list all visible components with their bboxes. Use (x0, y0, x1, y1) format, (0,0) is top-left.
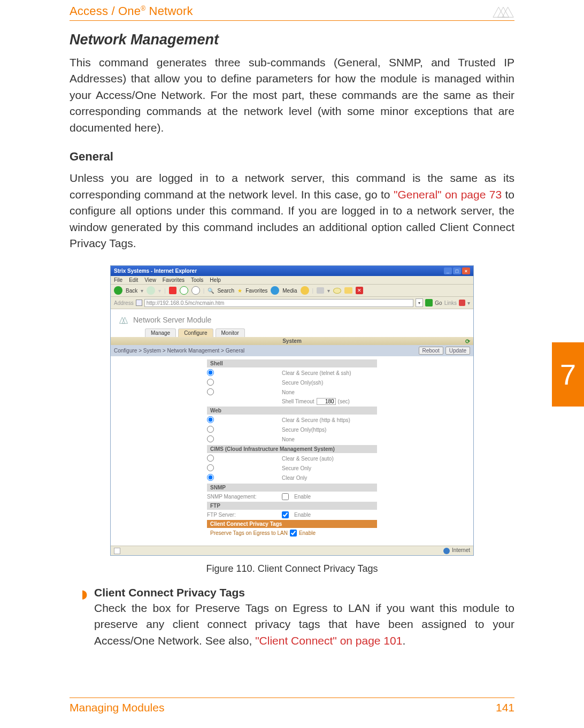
shell-opt1-radio[interactable] (207, 369, 214, 376)
reboot-button[interactable]: Reboot (419, 347, 443, 355)
snmp-label: SNMP Management: (207, 494, 282, 500)
back-label[interactable]: Back (126, 288, 137, 294)
shell-opt3-radio[interactable] (207, 388, 214, 395)
module-tabs: Manage Configure Monitor (111, 325, 473, 337)
ftp-enable-checkbox[interactable] (282, 511, 289, 518)
footer-section: Managing Modules (70, 701, 164, 714)
go-icon[interactable] (425, 299, 433, 306)
menu-file[interactable]: File (114, 277, 122, 283)
minimize-icon[interactable]: _ (444, 267, 452, 274)
mail-icon[interactable] (333, 288, 341, 294)
menu-view[interactable]: View (144, 277, 156, 283)
tab-manage[interactable]: Manage (145, 328, 176, 337)
section-ccpt: Client Connect Privacy Tags (207, 520, 377, 528)
shell-timeout-unit: (sec) (338, 399, 350, 404)
web-opt3-label: None (282, 436, 295, 442)
web-opt1-label: Clear & Secure (http & https) (282, 417, 350, 423)
brand-reg: ® (141, 5, 145, 12)
brand-prefix: Access / One (70, 4, 141, 18)
ccpt-enable-label: Enable (299, 530, 316, 536)
history-icon[interactable] (301, 286, 309, 295)
footer-rule (70, 698, 514, 698)
ccpt-enable-checkbox[interactable] (290, 530, 297, 537)
media-icon[interactable] (271, 286, 279, 295)
folder-icon[interactable] (344, 287, 352, 294)
go-label[interactable]: Go (435, 300, 442, 306)
cims-opt3-label: Clear Only (282, 475, 307, 481)
module-title: Network Server Module (133, 316, 211, 324)
links-label[interactable]: Links (444, 300, 457, 306)
internet-zone-icon (443, 548, 450, 554)
module-header: Network Server Module (111, 309, 473, 325)
refresh-icon[interactable] (180, 286, 188, 295)
ccpt-row: Preserve Tags on Egress to LAN Enable (210, 530, 374, 537)
subnav-label[interactable]: System (282, 338, 302, 344)
close-icon[interactable]: × (462, 267, 470, 274)
tab-configure[interactable]: Configure (178, 328, 213, 337)
web-opt2-radio[interactable] (207, 426, 214, 433)
cims-opt1-label: Clear & Secure (auto) (282, 456, 334, 462)
print-icon[interactable] (317, 287, 324, 294)
menu-favorites[interactable]: Favorites (163, 277, 185, 283)
subnav-system: System ⟳ (111, 337, 473, 345)
section-shell: Shell (207, 359, 377, 367)
brand-suffix: Network (145, 4, 193, 18)
shell-timeout-input[interactable] (317, 398, 336, 405)
status-zone: Internet (452, 547, 470, 553)
cims-opt1-radio[interactable] (207, 455, 214, 462)
search-label[interactable]: Search (217, 288, 234, 294)
ss-addressbar: Address ▾ Go Links ▾ (111, 297, 473, 309)
bullet-body: Check the box for Preserve Tags on Egres… (94, 600, 514, 649)
cims-opt3-radio[interactable] (207, 474, 214, 481)
figure-caption: Figure 110. Client Connect Privacy Tags (206, 563, 378, 574)
web-opt3-radio[interactable] (207, 435, 214, 442)
block-icon[interactable]: ✕ (356, 287, 363, 294)
stop-icon[interactable] (169, 287, 176, 294)
favorites-label[interactable]: Favorites (245, 288, 267, 294)
strix-small-logo-icon (118, 315, 129, 325)
section-ftp: FTP (207, 502, 377, 510)
screenshot-window: Strix Systems - Internet Explorer _ □ × … (110, 265, 474, 555)
shell-opt1-label: Clear & Secure (telnet & ssh) (282, 370, 351, 376)
address-input[interactable] (144, 299, 414, 307)
section-cims: CIMS (Cloud Infrastructure Management Sy… (207, 445, 377, 453)
link-client-connect-p101[interactable]: "Client Connect" on page 101 (255, 634, 402, 647)
cims-opt2-label: Secure Only (282, 465, 311, 471)
menu-edit[interactable]: Edit (129, 277, 138, 283)
snmp-enable-checkbox[interactable] (282, 493, 289, 500)
cims-opt2-radio[interactable] (207, 464, 214, 471)
back-icon[interactable] (114, 286, 122, 295)
doc-brand: Access / One® Network (70, 4, 193, 18)
web-opt1-radio[interactable] (207, 416, 214, 423)
tab-monitor[interactable]: Monitor (216, 328, 245, 337)
section-snmp: SNMP (207, 484, 377, 492)
maximize-icon[interactable]: □ (453, 267, 461, 274)
address-dropdown-icon[interactable]: ▾ (416, 298, 423, 307)
update-button[interactable]: Update (445, 347, 470, 355)
panel-refresh-icon[interactable]: ⟳ (465, 338, 470, 345)
subsection-heading: General (70, 150, 514, 164)
strix-logo-icon (492, 4, 514, 18)
bullet-heading: Client Connect Privacy Tags (94, 586, 514, 599)
snmp-enable-label: Enable (294, 494, 311, 500)
menu-help[interactable]: Help (210, 277, 221, 283)
address-label: Address (114, 300, 134, 306)
forward-icon[interactable] (147, 286, 155, 295)
links-icon[interactable] (459, 300, 465, 306)
shell-opt2-radio[interactable] (207, 379, 214, 386)
chapter-tab: 7 (552, 342, 584, 407)
home-icon[interactable] (191, 286, 200, 295)
link-general-p73[interactable]: "General" on page 73 (394, 188, 502, 201)
section-intro: This command generates three sub-command… (70, 55, 514, 136)
media-label[interactable]: Media (282, 288, 297, 294)
header-rule (70, 20, 514, 21)
bullet-body-after: . (402, 634, 405, 647)
config-form: Shell Clear & Secure (telnet & ssh) Secu… (111, 356, 473, 546)
footer-page-number: 141 (496, 701, 514, 714)
ccpt-label: Preserve Tags on Egress to LAN (210, 530, 288, 536)
menu-tools[interactable]: Tools (191, 277, 203, 283)
ss-toolbar: Back ▾ ▾ | | 🔍Search ★Favorites Media | … (111, 285, 473, 297)
bullet-icon: ◗ (81, 586, 88, 649)
ss-statusbar: Internet (111, 546, 473, 555)
ftp-enable-label: Enable (294, 512, 311, 518)
